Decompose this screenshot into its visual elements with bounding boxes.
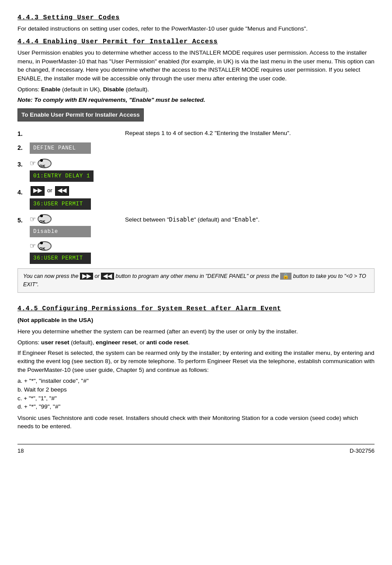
step-2-right: [121, 142, 375, 143]
section-445: 4.4.5 Configuring Permissions for System…: [17, 304, 375, 431]
ok-btn-5a: ⏺ OK: [38, 214, 52, 224]
italic-note-box: You can now press the ▶▶ or ◀◀ button to…: [17, 268, 375, 293]
step-4-left: ▶▶ or ◀◀ 36:USER PERMIT: [30, 186, 121, 211]
step-2-row: 2. DEFINE PANEL: [17, 142, 375, 155]
list-item-d: d. + "*", "99", "#": [17, 402, 375, 411]
or-text-4: or: [47, 187, 52, 195]
step-2-lcd: DEFINE PANEL: [30, 142, 91, 154]
hand-icon-5a: ☞: [30, 214, 36, 224]
step-5-lcd-user-permit: 36:USER PERMIT: [30, 253, 91, 264]
options-suffix: (default).: [124, 86, 149, 93]
step-4-btns: ▶▶ or ◀◀: [30, 186, 70, 196]
section-443-title: 4.4.3 Setting User Codes: [17, 13, 375, 23]
step-1-num: 1.: [17, 128, 30, 138]
445-options-middle2: , or: [136, 339, 146, 346]
section-444-title: 4.4.4 Enabling User Permit for Installer…: [17, 37, 375, 47]
footer-page-number: 18: [17, 447, 24, 455]
step-1-right: Repeat steps 1 to 4 of section 4.2 "Ente…: [121, 128, 375, 138]
step-4-num: 4.: [17, 186, 30, 197]
section-443: 4.4.3 Setting User Codes For detailed in…: [17, 13, 375, 33]
back-btn-note: ◀◀: [101, 273, 114, 280]
not-applicable: (Not applicable in the USA): [17, 317, 93, 323]
445-options-line: Options: user reset (default), engineer …: [17, 338, 375, 347]
hand-icon-3: ☞: [30, 158, 36, 168]
step-5-left: ☞ ⏺ OK Disable ☞ ⏺ OK 36:USER PERMIT: [30, 214, 121, 265]
step-3-lcd: 01:ENTRY DELAY 1: [30, 170, 94, 182]
step-3-right: [121, 158, 375, 159]
step-1-row: 1. Repeat steps 1 to 4 of section 4.2 "E…: [17, 128, 375, 138]
step-3-row: 3. ☞ ⏺ OK 01:ENTRY DELAY 1: [17, 158, 375, 182]
note-text: To comply with EN requirements, "Enable"…: [34, 97, 205, 103]
list-item-c: c. + "*", "1", "#": [17, 394, 375, 403]
step-5-hand-ok-1: ☞ ⏺ OK: [30, 214, 52, 224]
step-3-num: 3.: [17, 158, 30, 169]
step-4-lcd: 36:USER PERMIT: [30, 198, 91, 210]
footer-doc-number: D-302756: [350, 447, 375, 455]
section-445-title: 4.4.5 Configuring Permissions for System…: [17, 304, 375, 313]
ok-btn-3: ⏺ OK: [38, 159, 52, 168]
forward-btn-note: ▶▶: [80, 273, 93, 280]
note-prefix: Note:: [17, 97, 34, 103]
step-5-right: Select between "Disable" (default) and "…: [121, 214, 375, 227]
step-5-lcd-disable: Disable: [30, 226, 91, 237]
section-445-body3: Visonic uses Technistore anti code reset…: [17, 414, 375, 431]
section-445-body1: Here you determine whether the system ca…: [17, 327, 375, 336]
445-options-middle1: (default),: [69, 339, 96, 346]
step-3-left: ☞ ⏺ OK 01:ENTRY DELAY 1: [30, 158, 121, 182]
section-444-body1: User Permission enables you to determine…: [17, 49, 375, 83]
445-options-anti: anti code reset: [146, 339, 188, 346]
back-btn-4: ◀◀: [55, 186, 69, 196]
445-options-suffix: .: [188, 339, 190, 346]
445-options-prefix: Options:: [17, 339, 41, 346]
options-disable: Disable: [103, 86, 124, 93]
enable-user-permit-bar: To Enable User Permit for Installer Acce…: [17, 108, 144, 121]
note-line: Note: To comply with EN requirements, "E…: [17, 96, 375, 104]
step-5-row: 5. ☞ ⏺ OK Disable ☞ ⏺ OK 36:USER PERMIT …: [17, 214, 375, 265]
italic-note-text: You can now press the ▶▶ or ◀◀ button to…: [23, 273, 366, 288]
step-2-left: DEFINE PANEL: [30, 142, 121, 155]
lock-btn-note: 🔒: [280, 273, 291, 280]
section-444: 4.4.4 Enabling User Permit for Installer…: [17, 37, 375, 293]
forward-btn-4: ▶▶: [31, 186, 45, 196]
list-item-b: b. Wait for 2 beeps: [17, 385, 375, 394]
step-4-row: 4. ▶▶ or ◀◀ 36:USER PERMIT: [17, 186, 375, 211]
step-4-right: [121, 186, 375, 187]
list-container: a. + "*", "installer code", "#" b. Wait …: [17, 377, 375, 411]
footer: 18 D-302756: [17, 444, 375, 455]
options-line: Options: Enable (default in UK), Disable…: [17, 85, 375, 94]
step-5-hand-ok-2: ☞ ⏺ OK: [30, 241, 52, 251]
step-2-num: 2.: [17, 142, 30, 152]
step-3-hand-ok: ☞ ⏺ OK: [30, 158, 52, 168]
ok-btn-5b: ⏺ OK: [38, 241, 52, 251]
options-enable: Enable: [41, 86, 60, 93]
step-5-num: 5.: [17, 214, 30, 225]
options-prefix: Options:: [17, 86, 41, 93]
options-middle: (default in UK),: [60, 86, 103, 93]
445-options-engineer: engineer reset: [96, 339, 136, 346]
445-options-user-reset: user reset: [41, 339, 69, 346]
step-5-text: Select between "Disable" (default) and "…: [125, 215, 375, 224]
hand-icon-5b: ☞: [30, 241, 36, 251]
section-445-body2: If Engineer Reset is selected, the syste…: [17, 349, 375, 374]
list-item-a: a. + "*", "installer code", "#": [17, 377, 375, 385]
section-443-body: For detailed instructions on setting use…: [17, 24, 375, 33]
